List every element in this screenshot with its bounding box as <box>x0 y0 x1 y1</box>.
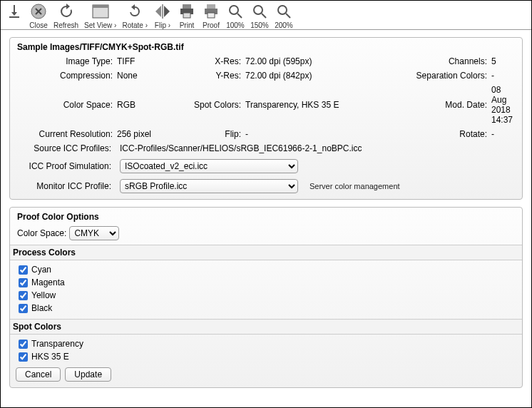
cancel-button[interactable]: Cancel <box>16 367 61 382</box>
print-label: Print <box>180 21 195 29</box>
value-compression: None <box>117 71 188 81</box>
flip-icon <box>153 2 172 21</box>
proof-label: Proof <box>203 21 220 29</box>
value-channels: 5 <box>491 56 516 66</box>
value-color-space: RGB <box>117 100 188 110</box>
zoom200-label: 200% <box>275 21 293 29</box>
checkbox-transparency[interactable] <box>19 340 28 349</box>
label-cur-res: Current Resolution: <box>17 129 117 139</box>
proof-title: Proof Color Options <box>17 212 516 222</box>
rotate-button[interactable]: Rotate › <box>121 2 149 29</box>
label-src-icc: Source ICC Profiles: <box>16 143 116 153</box>
label-sep-colors: Separation Colors: <box>409 71 491 81</box>
zoom150-label: 150% <box>250 21 269 29</box>
label-channels: Channels: <box>409 56 491 66</box>
chk-cyan[interactable]: Cyan <box>16 263 516 276</box>
setview-label: Set View › <box>84 21 116 29</box>
close-button[interactable]: Close <box>28 2 49 29</box>
file-info-panel: Sample Images/TIFF/CMYK+Spot-RGB.tif Ima… <box>9 37 523 200</box>
svg-point-13 <box>254 6 262 14</box>
label-flip: Flip: <box>188 129 245 139</box>
rotate-label: Rotate › <box>122 21 148 29</box>
checkbox-yellow[interactable] <box>19 291 28 300</box>
svg-rect-8 <box>207 4 215 9</box>
update-button[interactable]: Update <box>65 367 111 382</box>
chk-yellow[interactable]: Yellow <box>16 289 516 302</box>
svg-rect-3 <box>93 5 108 8</box>
svg-line-16 <box>286 14 290 18</box>
value-mod-date: 08 Aug 2018 14:37 <box>491 85 516 125</box>
download-icon-button[interactable] <box>4 2 25 21</box>
svg-rect-10 <box>208 13 215 18</box>
close-icon <box>29 2 48 21</box>
svg-point-11 <box>230 6 238 14</box>
zoom200-button[interactable]: 200% <box>273 2 295 29</box>
proof-icon <box>202 2 220 21</box>
chk-black[interactable]: Black <box>16 302 516 315</box>
print-button[interactable]: Print <box>176 2 198 29</box>
label-image-type: Image Type: <box>17 56 117 66</box>
refresh-icon <box>57 2 76 21</box>
value-flip: - <box>245 129 409 139</box>
magnifier-icon <box>275 2 293 21</box>
label-color-space: Color Space: <box>17 100 117 110</box>
label-spot-colors: Spot Colors: <box>188 100 245 110</box>
label-proof-colorspace: Color Space: <box>17 228 66 238</box>
print-icon <box>178 2 196 21</box>
svg-rect-0 <box>9 16 19 18</box>
process-colors-header: Process Colors <box>10 245 522 260</box>
label-magenta: Magenta <box>31 277 65 287</box>
refresh-label: Refresh <box>53 21 78 29</box>
checkbox-magenta[interactable] <box>19 278 28 287</box>
setview-button[interactable]: Set View › <box>83 2 118 29</box>
label-mod-date: Mod. Date: <box>409 100 491 110</box>
server-note: Server color management <box>310 182 400 190</box>
label-xres: X-Res: <box>188 56 245 66</box>
checkbox-hks35e[interactable] <box>19 352 28 362</box>
value-spot-colors: Transparency, HKS 35 E <box>245 100 409 110</box>
proof-button[interactable]: Proof <box>200 2 222 29</box>
label-black: Black <box>31 303 52 313</box>
label-monitor-icc: Monitor ICC Profile: <box>16 181 116 191</box>
flip-label: Flip › <box>155 21 170 29</box>
monitor-icc-select[interactable]: sRGB Profile.icc <box>120 179 298 193</box>
checkbox-cyan[interactable] <box>19 265 28 275</box>
chk-hks35e[interactable]: HKS 35 E <box>16 350 516 363</box>
proof-options-panel: Proof Color Options Color Space: CMYK Pr… <box>9 207 523 388</box>
proof-colorspace-select[interactable]: CMYK <box>69 226 119 240</box>
rotate-icon <box>126 2 144 21</box>
value-image-type: TIFF <box>117 56 188 66</box>
svg-rect-7 <box>183 13 190 18</box>
label-hks35e: HKS 35 E <box>31 352 69 362</box>
file-title: Sample Images/TIFF/CMYK+Spot-RGB.tif <box>17 42 516 52</box>
chk-transparency[interactable]: Transparency <box>16 337 516 350</box>
setview-icon <box>91 2 110 21</box>
label-rotate: Rotate: <box>409 129 491 139</box>
svg-rect-5 <box>183 4 191 9</box>
svg-point-15 <box>278 6 287 14</box>
value-src-icc: ICC-Profiles/Scanner/HELIOS/sRGB_IEC6196… <box>120 143 362 153</box>
value-yres: 72.00 dpi (842px) <box>245 71 409 81</box>
checkbox-black[interactable] <box>19 304 28 313</box>
chk-magenta[interactable]: Magenta <box>16 276 516 289</box>
label-cyan: Cyan <box>31 265 51 275</box>
download-icon <box>5 2 24 21</box>
close-label: Close <box>29 21 48 29</box>
magnifier-icon <box>226 2 245 21</box>
flip-button[interactable]: Flip › <box>152 2 173 29</box>
svg-line-14 <box>262 14 266 18</box>
spot-colors-header: Spot Colors <box>10 319 522 335</box>
value-rotate: - <box>491 129 516 139</box>
svg-line-12 <box>237 14 242 18</box>
label-yellow: Yellow <box>31 290 56 300</box>
refresh-button[interactable]: Refresh <box>52 2 80 29</box>
toolbar: Close Refresh Set View › Rotate › Flip ›… <box>1 1 531 30</box>
label-transparency: Transparency <box>31 339 83 349</box>
zoom100-button[interactable]: 100% <box>225 2 246 29</box>
value-sep-colors: - <box>491 71 516 81</box>
icc-proof-select[interactable]: ISOcoated_v2_eci.icc <box>120 159 298 173</box>
label-compression: Compression: <box>17 71 117 81</box>
value-cur-res: 256 pixel <box>117 129 188 139</box>
zoom100-label: 100% <box>226 21 245 29</box>
zoom150-button[interactable]: 150% <box>249 2 270 29</box>
